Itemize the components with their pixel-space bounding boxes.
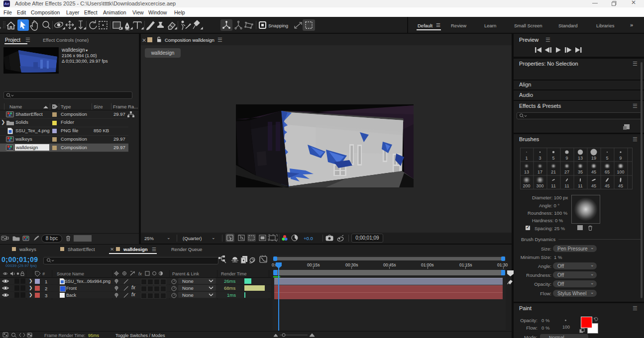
svg-text:100: 100 — [617, 169, 624, 174]
svg-text:200: 200 — [523, 183, 530, 188]
svg-text:1: 1 — [525, 156, 528, 161]
svg-text:300: 300 — [536, 183, 543, 188]
svg-text:11: 11 — [578, 183, 582, 188]
svg-text:3: 3 — [538, 156, 541, 161]
svg-text:9: 9 — [565, 156, 568, 161]
svg-text:45: 45 — [591, 183, 596, 188]
svg-text:13: 13 — [578, 156, 583, 161]
svg-text:9: 9 — [619, 156, 622, 161]
svg-text:27: 27 — [564, 169, 569, 174]
svg-text:17: 17 — [537, 169, 542, 174]
svg-text:45: 45 — [618, 183, 623, 188]
svg-text:65: 65 — [605, 169, 610, 174]
svg-text:19: 19 — [591, 156, 596, 161]
svg-text:11: 11 — [551, 183, 555, 188]
svg-text:fx: fx — [138, 271, 142, 276]
svg-text:11: 11 — [564, 183, 569, 188]
svg-text:35: 35 — [578, 169, 583, 174]
svg-text:45: 45 — [605, 183, 610, 188]
svg-text:45: 45 — [591, 169, 596, 174]
svg-text:21: 21 — [551, 169, 556, 174]
svg-text:5: 5 — [606, 156, 608, 161]
svg-text:13: 13 — [524, 169, 529, 174]
svg-text:5: 5 — [552, 156, 554, 161]
